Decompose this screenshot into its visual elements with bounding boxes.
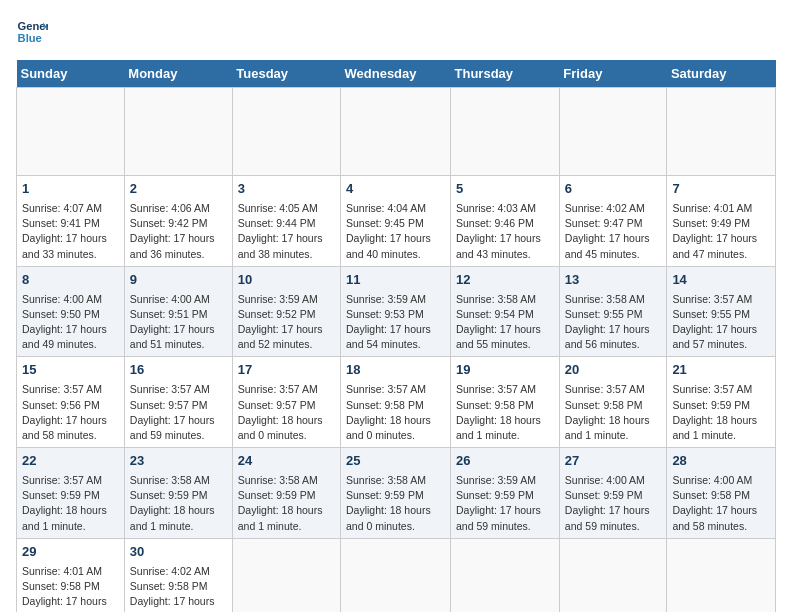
day-header-friday: Friday [559, 60, 667, 88]
day-info: Sunrise: 4:02 AM Sunset: 9:47 PM Dayligh… [565, 201, 662, 262]
calendar-cell [559, 88, 667, 176]
day-info: Sunrise: 4:06 AM Sunset: 9:42 PM Dayligh… [130, 201, 227, 262]
calendar-cell [17, 88, 125, 176]
page-header: General Blue [16, 16, 776, 48]
calendar-cell: 5Sunrise: 4:03 AM Sunset: 9:46 PM Daylig… [451, 176, 560, 267]
calendar-cell: 28Sunrise: 4:00 AM Sunset: 9:58 PM Dayli… [667, 448, 776, 539]
calendar-cell: 12Sunrise: 3:58 AM Sunset: 9:54 PM Dayli… [451, 266, 560, 357]
week-row-4: 22Sunrise: 3:57 AM Sunset: 9:59 PM Dayli… [17, 448, 776, 539]
calendar-cell: 15Sunrise: 3:57 AM Sunset: 9:56 PM Dayli… [17, 357, 125, 448]
day-number: 1 [22, 180, 119, 199]
calendar-table: SundayMondayTuesdayWednesdayThursdayFrid… [16, 60, 776, 612]
calendar-cell: 23Sunrise: 3:58 AM Sunset: 9:59 PM Dayli… [124, 448, 232, 539]
calendar-cell: 29Sunrise: 4:01 AM Sunset: 9:58 PM Dayli… [17, 538, 125, 612]
day-number: 22 [22, 452, 119, 471]
calendar-cell: 25Sunrise: 3:58 AM Sunset: 9:59 PM Dayli… [341, 448, 451, 539]
calendar-cell [124, 88, 232, 176]
day-number: 28 [672, 452, 770, 471]
week-row-5: 29Sunrise: 4:01 AM Sunset: 9:58 PM Dayli… [17, 538, 776, 612]
day-info: Sunrise: 3:57 AM Sunset: 9:57 PM Dayligh… [130, 382, 227, 443]
week-row-2: 8Sunrise: 4:00 AM Sunset: 9:50 PM Daylig… [17, 266, 776, 357]
day-number: 24 [238, 452, 335, 471]
days-header-row: SundayMondayTuesdayWednesdayThursdayFrid… [17, 60, 776, 88]
day-number: 15 [22, 361, 119, 380]
day-info: Sunrise: 3:57 AM Sunset: 9:59 PM Dayligh… [22, 473, 119, 534]
day-info: Sunrise: 3:59 AM Sunset: 9:52 PM Dayligh… [238, 292, 335, 353]
calendar-cell [232, 538, 340, 612]
week-row-3: 15Sunrise: 3:57 AM Sunset: 9:56 PM Dayli… [17, 357, 776, 448]
calendar-cell [232, 88, 340, 176]
day-number: 16 [130, 361, 227, 380]
day-info: Sunrise: 3:57 AM Sunset: 9:59 PM Dayligh… [672, 382, 770, 443]
day-number: 18 [346, 361, 445, 380]
day-number: 30 [130, 543, 227, 562]
day-number: 12 [456, 271, 554, 290]
day-info: Sunrise: 3:58 AM Sunset: 9:59 PM Dayligh… [346, 473, 445, 534]
day-info: Sunrise: 3:57 AM Sunset: 9:58 PM Dayligh… [456, 382, 554, 443]
calendar-cell: 22Sunrise: 3:57 AM Sunset: 9:59 PM Dayli… [17, 448, 125, 539]
day-info: Sunrise: 4:03 AM Sunset: 9:46 PM Dayligh… [456, 201, 554, 262]
day-number: 10 [238, 271, 335, 290]
day-number: 29 [22, 543, 119, 562]
day-info: Sunrise: 3:59 AM Sunset: 9:53 PM Dayligh… [346, 292, 445, 353]
week-row-1: 1Sunrise: 4:07 AM Sunset: 9:41 PM Daylig… [17, 176, 776, 267]
day-number: 26 [456, 452, 554, 471]
day-number: 6 [565, 180, 662, 199]
day-number: 4 [346, 180, 445, 199]
day-number: 23 [130, 452, 227, 471]
calendar-cell: 1Sunrise: 4:07 AM Sunset: 9:41 PM Daylig… [17, 176, 125, 267]
day-number: 27 [565, 452, 662, 471]
day-header-saturday: Saturday [667, 60, 776, 88]
calendar-cell: 10Sunrise: 3:59 AM Sunset: 9:52 PM Dayli… [232, 266, 340, 357]
calendar-cell: 2Sunrise: 4:06 AM Sunset: 9:42 PM Daylig… [124, 176, 232, 267]
calendar-cell [341, 88, 451, 176]
calendar-cell [667, 538, 776, 612]
calendar-cell: 11Sunrise: 3:59 AM Sunset: 9:53 PM Dayli… [341, 266, 451, 357]
day-header-monday: Monday [124, 60, 232, 88]
day-info: Sunrise: 3:57 AM Sunset: 9:56 PM Dayligh… [22, 382, 119, 443]
day-info: Sunrise: 4:02 AM Sunset: 9:58 PM Dayligh… [130, 564, 227, 612]
calendar-cell: 8Sunrise: 4:00 AM Sunset: 9:50 PM Daylig… [17, 266, 125, 357]
day-info: Sunrise: 4:00 AM Sunset: 9:50 PM Dayligh… [22, 292, 119, 353]
day-info: Sunrise: 3:58 AM Sunset: 9:54 PM Dayligh… [456, 292, 554, 353]
day-number: 9 [130, 271, 227, 290]
day-info: Sunrise: 4:01 AM Sunset: 9:58 PM Dayligh… [22, 564, 119, 612]
day-number: 14 [672, 271, 770, 290]
calendar-cell: 17Sunrise: 3:57 AM Sunset: 9:57 PM Dayli… [232, 357, 340, 448]
day-info: Sunrise: 3:57 AM Sunset: 9:57 PM Dayligh… [238, 382, 335, 443]
calendar-cell [341, 538, 451, 612]
day-info: Sunrise: 3:57 AM Sunset: 9:58 PM Dayligh… [346, 382, 445, 443]
calendar-cell: 20Sunrise: 3:57 AM Sunset: 9:58 PM Dayli… [559, 357, 667, 448]
day-number: 13 [565, 271, 662, 290]
day-number: 20 [565, 361, 662, 380]
day-number: 3 [238, 180, 335, 199]
calendar-cell: 30Sunrise: 4:02 AM Sunset: 9:58 PM Dayli… [124, 538, 232, 612]
day-info: Sunrise: 4:04 AM Sunset: 9:45 PM Dayligh… [346, 201, 445, 262]
calendar-cell: 27Sunrise: 4:00 AM Sunset: 9:59 PM Dayli… [559, 448, 667, 539]
day-number: 19 [456, 361, 554, 380]
day-info: Sunrise: 4:00 AM Sunset: 9:51 PM Dayligh… [130, 292, 227, 353]
calendar-cell: 9Sunrise: 4:00 AM Sunset: 9:51 PM Daylig… [124, 266, 232, 357]
day-number: 17 [238, 361, 335, 380]
day-number: 21 [672, 361, 770, 380]
day-number: 7 [672, 180, 770, 199]
day-info: Sunrise: 3:58 AM Sunset: 9:55 PM Dayligh… [565, 292, 662, 353]
day-info: Sunrise: 4:00 AM Sunset: 9:58 PM Dayligh… [672, 473, 770, 534]
day-info: Sunrise: 3:57 AM Sunset: 9:55 PM Dayligh… [672, 292, 770, 353]
day-info: Sunrise: 4:07 AM Sunset: 9:41 PM Dayligh… [22, 201, 119, 262]
day-header-tuesday: Tuesday [232, 60, 340, 88]
day-header-sunday: Sunday [17, 60, 125, 88]
day-info: Sunrise: 4:05 AM Sunset: 9:44 PM Dayligh… [238, 201, 335, 262]
day-number: 5 [456, 180, 554, 199]
logo-icon: General Blue [16, 16, 48, 48]
day-info: Sunrise: 3:59 AM Sunset: 9:59 PM Dayligh… [456, 473, 554, 534]
day-info: Sunrise: 3:58 AM Sunset: 9:59 PM Dayligh… [238, 473, 335, 534]
day-header-wednesday: Wednesday [341, 60, 451, 88]
calendar-cell: 3Sunrise: 4:05 AM Sunset: 9:44 PM Daylig… [232, 176, 340, 267]
day-header-thursday: Thursday [451, 60, 560, 88]
day-info: Sunrise: 3:58 AM Sunset: 9:59 PM Dayligh… [130, 473, 227, 534]
calendar-cell: 26Sunrise: 3:59 AM Sunset: 9:59 PM Dayli… [451, 448, 560, 539]
day-number: 2 [130, 180, 227, 199]
calendar-cell [667, 88, 776, 176]
calendar-cell [451, 538, 560, 612]
